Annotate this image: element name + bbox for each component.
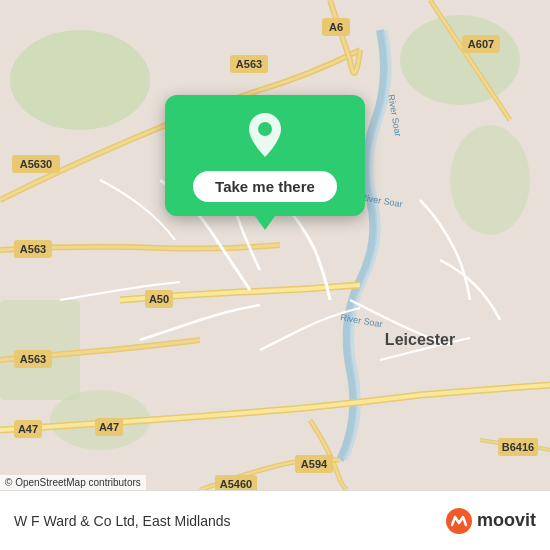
svg-text:A594: A594 bbox=[301, 458, 328, 470]
svg-text:A563: A563 bbox=[20, 353, 46, 365]
location-info-text: W F Ward & Co Ltd, East Midlands bbox=[14, 513, 231, 529]
take-me-there-button[interactable]: Take me there bbox=[193, 171, 337, 202]
pin-icon bbox=[246, 111, 284, 163]
moovit-logo-text: moovit bbox=[477, 510, 536, 531]
svg-text:A563: A563 bbox=[20, 243, 46, 255]
svg-text:A5460: A5460 bbox=[220, 478, 252, 490]
svg-text:A47: A47 bbox=[18, 423, 38, 435]
moovit-logo: moovit bbox=[445, 507, 536, 535]
svg-point-34 bbox=[258, 122, 272, 136]
svg-text:A47: A47 bbox=[99, 421, 119, 433]
osm-attribution: © OpenStreetMap contributors bbox=[0, 475, 146, 490]
svg-point-2 bbox=[400, 15, 520, 105]
svg-text:B6416: B6416 bbox=[502, 441, 534, 453]
map-background: River Soar River Soar River Soar bbox=[0, 0, 550, 490]
svg-text:A607: A607 bbox=[468, 38, 494, 50]
svg-text:A5630: A5630 bbox=[20, 158, 52, 170]
svg-text:A50: A50 bbox=[149, 293, 169, 305]
info-bar: W F Ward & Co Ltd, East Midlands moovit bbox=[0, 490, 550, 550]
svg-text:A6: A6 bbox=[329, 21, 343, 33]
svg-text:A563: A563 bbox=[236, 58, 262, 70]
osm-attribution-text: © OpenStreetMap contributors bbox=[5, 477, 141, 488]
svg-text:Leicester: Leicester bbox=[385, 331, 455, 348]
map-container: River Soar River Soar River Soar bbox=[0, 0, 550, 490]
location-popup: Take me there bbox=[165, 95, 365, 216]
svg-point-1 bbox=[10, 30, 150, 130]
svg-point-3 bbox=[450, 125, 530, 235]
moovit-logo-icon bbox=[445, 507, 473, 535]
